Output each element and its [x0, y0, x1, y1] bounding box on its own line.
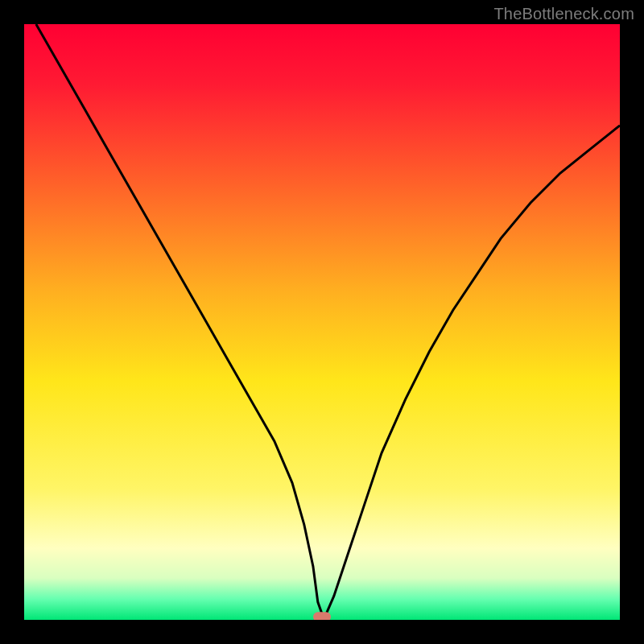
- optimal-point-marker: [313, 612, 331, 620]
- chart-frame: TheBottleneck.com: [0, 0, 644, 644]
- watermark-text: TheBottleneck.com: [493, 5, 634, 23]
- chart-svg: [24, 24, 620, 620]
- gradient-background: [24, 24, 620, 620]
- plot-area: [24, 24, 620, 620]
